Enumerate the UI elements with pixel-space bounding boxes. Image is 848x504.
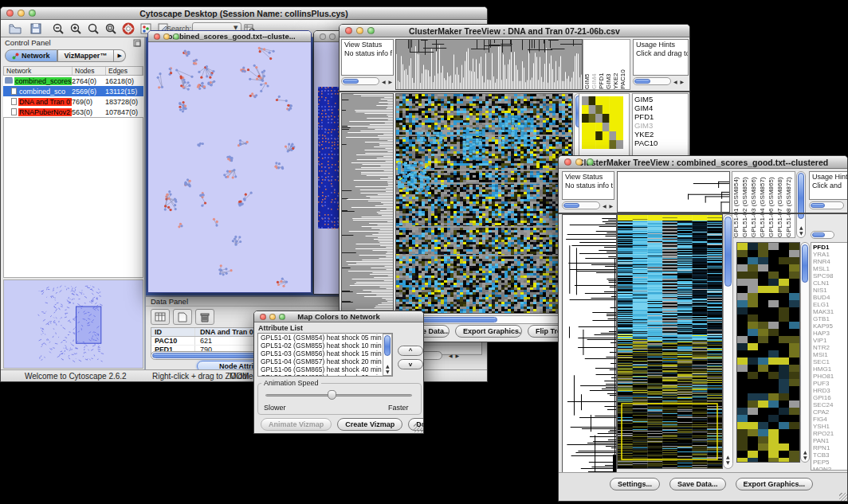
attribute-table-col-id[interactable]: ID bbox=[151, 328, 195, 336]
save-icon[interactable] bbox=[28, 21, 44, 36]
gene-label[interactable]: YRA1 bbox=[811, 251, 847, 258]
column-label[interactable]: GPL51-08 (GSM872) bbox=[785, 172, 794, 237]
save-data-button[interactable]: Save Data... bbox=[669, 478, 726, 490]
gene-label[interactable]: PAC10 bbox=[633, 139, 688, 147]
zoom-button[interactable] bbox=[279, 314, 285, 320]
animation-speed-slider-track[interactable] bbox=[265, 394, 412, 397]
column-label[interactable]: GIM4 bbox=[591, 40, 598, 89]
dialog-titlebar[interactable]: Map Colors to Network bbox=[254, 311, 423, 322]
gene-label[interactable]: PFD1 bbox=[633, 112, 688, 121]
minimize-button[interactable] bbox=[356, 27, 363, 34]
zoom-out-icon[interactable] bbox=[50, 21, 66, 36]
network1-titlebar[interactable]: combined_scores_good.txt--cluste... bbox=[148, 31, 311, 42]
scroll-arrows-icon[interactable]: ◀ ▶ bbox=[603, 203, 614, 209]
gene-label[interactable]: GIM4 bbox=[633, 104, 688, 112]
gene-label[interactable]: MON2 bbox=[811, 466, 847, 471]
gene-label[interactable]: NTR2 bbox=[811, 344, 847, 351]
main-titlebar[interactable]: Cytoscape Desktop (Session Name: collins… bbox=[1, 7, 487, 20]
gene-label[interactable]: MSL1 bbox=[811, 265, 847, 272]
attribute-list-item[interactable]: GPL51-01 (GSM854) heat shock 05 min bbox=[258, 334, 383, 342]
attribute-list-scrollbar[interactable]: ▲▼ bbox=[383, 334, 392, 376]
column-dendrogram-canvas[interactable] bbox=[617, 171, 730, 213]
zoom-in-icon[interactable] bbox=[68, 21, 84, 36]
scroll-arrows-icon[interactable]: ◀ ▶ bbox=[382, 79, 393, 84]
gene-label[interactable]: SPC98 bbox=[811, 272, 847, 279]
zoom-vscrollbar[interactable]: ▲▼ bbox=[800, 242, 810, 463]
gene-label[interactable]: PFD1 bbox=[811, 244, 847, 251]
minimize-button[interactable] bbox=[329, 33, 336, 40]
minimize-button[interactable] bbox=[575, 158, 583, 166]
gene-label[interactable]: GPI16 bbox=[811, 394, 847, 401]
column-label[interactable]: GPL51-07 (GSM868) bbox=[776, 172, 785, 237]
gene-label[interactable]: YSH1 bbox=[811, 423, 847, 430]
tab-network[interactable]: Network bbox=[5, 49, 57, 62]
scroll-arrows-icon[interactable]: ◀ ▶ bbox=[673, 79, 685, 84]
view-status-scrollbar[interactable] bbox=[562, 201, 600, 209]
network-list-row[interactable]: DNA and Tran 07769(0)183728(0) bbox=[3, 96, 143, 107]
new-attribute-icon[interactable] bbox=[173, 309, 192, 325]
gene-label[interactable]: RPN1 bbox=[811, 444, 847, 451]
export-graphics-button[interactable]: Export Graphics... bbox=[455, 325, 522, 338]
heatmap-canvas[interactable] bbox=[395, 93, 573, 314]
column-label[interactable]: PFD1 bbox=[598, 40, 605, 89]
usage-hints-scrollbar[interactable] bbox=[809, 201, 844, 209]
close-button[interactable] bbox=[260, 314, 266, 320]
attribute-list-item[interactable]: GPL51-04 (GSM857) heat shock 20 min bbox=[258, 357, 383, 365]
minimize-button[interactable] bbox=[163, 33, 170, 40]
gene-label[interactable]: ELG1 bbox=[811, 301, 847, 308]
zoom-heatmap-canvas[interactable] bbox=[736, 242, 800, 463]
gene-label[interactable]: SEC24 bbox=[811, 401, 847, 408]
close-button[interactable] bbox=[6, 10, 14, 17]
gene-label[interactable]: MAK31 bbox=[811, 308, 847, 315]
gene-labels-hscrollbar[interactable] bbox=[811, 231, 834, 239]
settings-button[interactable]: Settings... bbox=[610, 478, 660, 490]
attribute-list-item[interactable]: GPL51-07 (GSM868) heat shock 60 min bbox=[258, 373, 383, 377]
zoom-button[interactable] bbox=[173, 33, 179, 40]
open-file-icon[interactable] bbox=[7, 21, 23, 36]
gene-label[interactable]: HAP3 bbox=[811, 330, 847, 337]
row-dendrogram-canvas[interactable] bbox=[341, 93, 394, 314]
gene-label[interactable]: HRD3 bbox=[811, 387, 847, 394]
gene-label[interactable]: BUD4 bbox=[811, 294, 847, 301]
row-dendrogram-canvas[interactable] bbox=[562, 214, 617, 473]
gene-label[interactable]: GIM5 bbox=[633, 95, 688, 104]
gene-label[interactable]: CPA2 bbox=[811, 408, 847, 416]
gene-label[interactable]: SEC1 bbox=[811, 358, 847, 365]
attribute-list-item[interactable]: GPL51-02 (GSM855) heat shock 10 min bbox=[258, 342, 383, 350]
tab-overflow-arrow[interactable]: ▶ bbox=[114, 49, 125, 62]
minimize-button[interactable] bbox=[269, 314, 276, 320]
network1-canvas[interactable] bbox=[148, 42, 311, 292]
usage-hints-scrollbar[interactable] bbox=[633, 77, 671, 85]
zoom-fit-icon[interactable] bbox=[85, 21, 101, 36]
treeview1-titlebar[interactable]: ClusterMaker TreeView : DNA and Tran 07-… bbox=[340, 25, 689, 37]
gene-label[interactable]: PEP5 bbox=[811, 459, 847, 466]
zoom-selected-icon[interactable] bbox=[103, 21, 119, 36]
network-list-row[interactable]: combined_scores2764(0)16218(0) bbox=[3, 76, 143, 86]
select-attributes-icon[interactable] bbox=[151, 309, 170, 325]
create-vizmap-button[interactable]: Create Vizmap bbox=[337, 418, 402, 431]
move-down-button[interactable]: v bbox=[398, 359, 423, 369]
gene-label[interactable]: KAP95 bbox=[811, 322, 847, 330]
column-label[interactable]: YKE2 bbox=[612, 40, 619, 89]
close-button[interactable] bbox=[320, 33, 326, 40]
column-labels-scrollbar[interactable]: ▲▼ bbox=[796, 171, 806, 238]
network-list-row[interactable]: RNAPuberNov2+563(0)107847(0) bbox=[3, 107, 143, 117]
scroll-arrows-icon[interactable]: ◀ ▶ bbox=[449, 353, 460, 358]
gene-label[interactable]: VIP1 bbox=[811, 337, 847, 344]
gene-label[interactable]: GIM3 bbox=[633, 121, 688, 130]
animation-speed-slider[interactable] bbox=[328, 390, 336, 400]
zoom-button[interactable] bbox=[29, 10, 36, 17]
gene-label[interactable]: RNR4 bbox=[811, 258, 847, 265]
help-lifesaver-icon[interactable] bbox=[120, 21, 136, 36]
view-status-scrollbar[interactable] bbox=[341, 77, 379, 85]
gene-label[interactable]: YKE2 bbox=[633, 130, 688, 139]
minimize-button[interactable] bbox=[18, 10, 25, 17]
close-button[interactable] bbox=[154, 33, 160, 40]
resize-grip[interactable] bbox=[839, 493, 848, 502]
float-panel-icon[interactable] bbox=[133, 39, 141, 47]
column-label[interactable]: GPL51-06 (GSM865) bbox=[768, 172, 776, 237]
attribute-list-item[interactable]: GPL51-06 (GSM865) heat shock 40 min bbox=[258, 365, 383, 373]
global-heatmap-canvas[interactable] bbox=[582, 96, 623, 149]
close-button[interactable] bbox=[345, 27, 352, 34]
gene-label[interactable]: PAN1 bbox=[811, 437, 847, 444]
